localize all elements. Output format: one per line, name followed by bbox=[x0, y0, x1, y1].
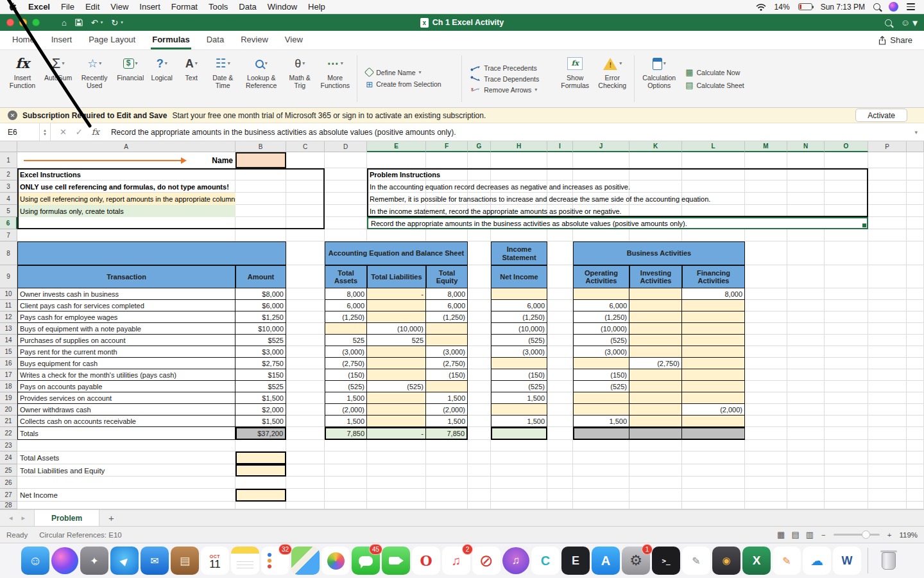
value-cell-E13[interactable]: (10,000) bbox=[367, 323, 426, 335]
transaction-amount-cell[interactable]: $10,000 bbox=[235, 323, 286, 335]
grid-cell[interactable] bbox=[868, 477, 907, 489]
grid-cell[interactable] bbox=[629, 477, 682, 489]
value-cell-D14[interactable]: 525 bbox=[325, 335, 367, 346]
grid-cell[interactable] bbox=[868, 323, 907, 335]
grid-cell[interactable] bbox=[745, 300, 787, 311]
menu-item-insert[interactable]: Insert bbox=[139, 2, 160, 12]
value-cell-J15[interactable]: (3,000) bbox=[573, 346, 629, 358]
dock-safari-icon[interactable]: ▶ bbox=[110, 547, 139, 575]
grid-cell[interactable] bbox=[825, 404, 868, 416]
problem-instructions-line[interactable]: Remember, it is possible for transaction… bbox=[367, 193, 868, 205]
grid-cell[interactable] bbox=[907, 229, 924, 241]
grid-cell[interactable] bbox=[325, 440, 367, 451]
column-header-C[interactable]: C bbox=[286, 141, 325, 152]
total-assets-input-cell[interactable] bbox=[235, 451, 286, 464]
prev-sheet-icon[interactable]: ◂ bbox=[9, 514, 13, 522]
column-header-I[interactable]: I bbox=[547, 141, 573, 152]
name-box[interactable]: E6 bbox=[0, 123, 40, 141]
grid-cell[interactable] bbox=[825, 440, 868, 451]
grid-cell[interactable] bbox=[745, 477, 787, 489]
undo-icon[interactable]: ↶ bbox=[91, 18, 98, 28]
excel-instructions-line-green[interactable]: Using formulas only, create totals bbox=[17, 205, 235, 217]
save-icon[interactable] bbox=[75, 19, 83, 26]
grid-cell[interactable] bbox=[547, 477, 573, 489]
menu-item-help[interactable]: Help bbox=[308, 2, 325, 12]
grid-cell[interactable] bbox=[825, 323, 868, 335]
grid-cell[interactable] bbox=[286, 193, 325, 205]
ribbon-tab-insert[interactable]: Insert bbox=[50, 31, 74, 49]
grid-cell[interactable] bbox=[907, 464, 924, 477]
grid-cell[interactable] bbox=[825, 346, 868, 358]
grid-cell[interactable] bbox=[868, 217, 907, 229]
close-window-button[interactable] bbox=[6, 19, 14, 26]
total-assets-summary-label[interactable]: Total Assets bbox=[17, 451, 235, 464]
column-header-K[interactable]: K bbox=[629, 141, 682, 152]
value-cell-J14[interactable]: (525) bbox=[573, 335, 629, 346]
value-cell-K18[interactable] bbox=[629, 381, 682, 392]
grid-cell[interactable] bbox=[426, 229, 468, 241]
row-header-19[interactable]: 19 bbox=[0, 392, 17, 404]
grid-cell[interactable] bbox=[825, 229, 868, 241]
dock-trash-icon[interactable] bbox=[875, 547, 903, 575]
grid-cell[interactable] bbox=[682, 451, 745, 464]
dock-maps-icon[interactable] bbox=[291, 547, 320, 575]
grid-cell[interactable] bbox=[491, 440, 547, 451]
value-cell-J19[interactable] bbox=[573, 392, 629, 404]
wifi-icon[interactable] bbox=[756, 3, 766, 11]
grid-cell[interactable] bbox=[825, 241, 868, 265]
grid-cell[interactable] bbox=[825, 288, 868, 300]
value-cell-E17[interactable] bbox=[367, 369, 426, 381]
row-header-13[interactable]: 13 bbox=[0, 323, 17, 335]
grid-cell[interactable] bbox=[907, 502, 924, 509]
column-header-A[interactable]: A bbox=[17, 141, 235, 152]
value-cell-F15[interactable]: (3,000) bbox=[426, 346, 468, 358]
logical-dropdown-icon[interactable]: ▾ bbox=[165, 60, 167, 66]
grid-cell[interactable] bbox=[491, 477, 547, 489]
transaction-amount-cell[interactable]: $3,000 bbox=[235, 346, 286, 358]
grid-cell[interactable] bbox=[629, 489, 682, 502]
menu-item-tools[interactable]: Tools bbox=[209, 2, 228, 12]
value-cell-D16[interactable]: (2,750) bbox=[325, 358, 367, 369]
grid-cell[interactable] bbox=[868, 205, 907, 217]
grid-cell[interactable] bbox=[682, 152, 745, 168]
value-cell-H10[interactable] bbox=[491, 288, 547, 300]
value-cell-K19[interactable] bbox=[629, 392, 682, 404]
menu-item-view[interactable]: View bbox=[110, 2, 128, 12]
grid-cell[interactable] bbox=[426, 477, 468, 489]
trace-precedents-button[interactable]: Trace Precedents bbox=[470, 64, 551, 72]
recently-used-button[interactable]: ☆▾ Recently Used bbox=[75, 50, 114, 107]
transaction-label-cell[interactable]: Owner withdraws cash bbox=[17, 404, 235, 416]
grid-cell[interactable] bbox=[468, 369, 491, 381]
value-cell-L21[interactable] bbox=[682, 416, 745, 427]
column-header-P[interactable]: P bbox=[868, 141, 907, 152]
value-cell-L12[interactable] bbox=[682, 311, 745, 323]
row-header-26[interactable]: 26 bbox=[0, 477, 17, 489]
value-cell-H14[interactable]: (525) bbox=[491, 335, 547, 346]
transaction-label-cell[interactable]: Buys of equipment with a note payable bbox=[17, 323, 235, 335]
grid-cell[interactable] bbox=[745, 335, 787, 346]
grid-cell[interactable] bbox=[745, 346, 787, 358]
value-cell-J10[interactable] bbox=[573, 288, 629, 300]
grid-cell[interactable] bbox=[325, 193, 367, 205]
grid-cell[interactable] bbox=[468, 464, 491, 477]
value-cell-L19[interactable] bbox=[682, 392, 745, 404]
grid-cell[interactable] bbox=[547, 152, 573, 168]
grid-cell[interactable] bbox=[286, 288, 325, 300]
dock-terminal-icon[interactable]: >_ bbox=[652, 547, 680, 575]
zoom-slider[interactable] bbox=[834, 534, 880, 536]
insert-function-fx-icon[interactable]: fx bbox=[92, 127, 99, 137]
totals-amount-cell[interactable]: $37,200 bbox=[235, 427, 286, 440]
grid-cell[interactable] bbox=[825, 369, 868, 381]
grid-cell[interactable] bbox=[907, 477, 924, 489]
grid-cell[interactable] bbox=[468, 311, 491, 323]
value-cell-J16[interactable] bbox=[573, 358, 629, 369]
grid-cell[interactable] bbox=[825, 300, 868, 311]
grid-cell[interactable] bbox=[286, 229, 325, 241]
math-trig-dropdown-icon[interactable]: ▾ bbox=[302, 60, 305, 66]
value-cell-L13[interactable] bbox=[682, 323, 745, 335]
grid-cell[interactable] bbox=[547, 489, 573, 502]
row-header-2[interactable]: 2 bbox=[0, 168, 17, 180]
row-header-7[interactable]: 7 bbox=[0, 229, 17, 241]
grid-cell[interactable] bbox=[468, 427, 491, 440]
grid-cell[interactable] bbox=[547, 451, 573, 464]
